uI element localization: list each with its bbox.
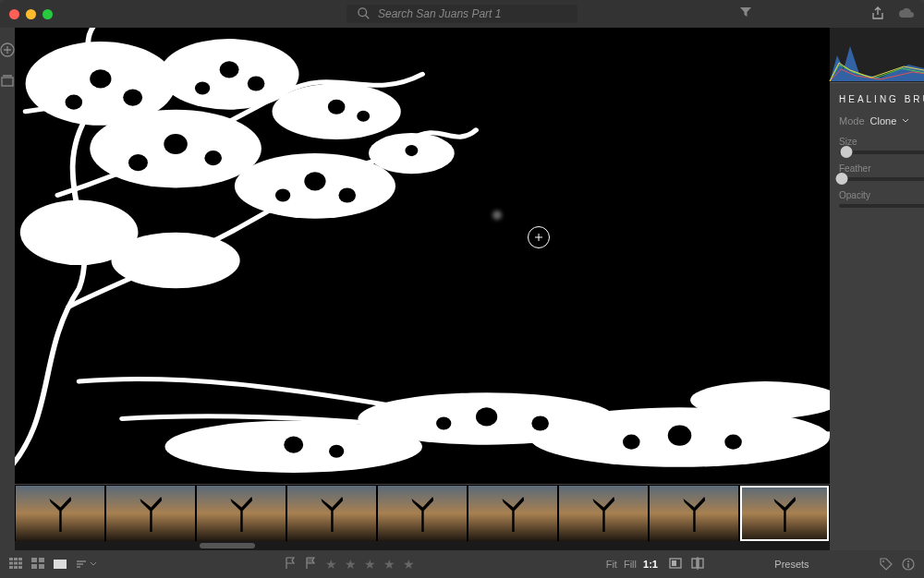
svg-point-31	[405, 145, 418, 156]
filmstrip-thumb[interactable]	[559, 486, 648, 541]
brush-cursor	[528, 226, 550, 248]
share-icon[interactable]	[870, 6, 885, 21]
svg-rect-63	[31, 564, 37, 569]
library-icon[interactable]	[0, 74, 15, 89]
cloud-icon[interactable]	[898, 7, 915, 20]
svg-point-26	[328, 100, 346, 114]
presets-button[interactable]: Presets	[713, 559, 870, 570]
filmstrip-thumb[interactable]	[16, 486, 104, 541]
svg-rect-59	[14, 566, 18, 569]
mode-selector[interactable]: Mode Clone	[830, 110, 924, 132]
svg-point-27	[357, 111, 370, 122]
image-preview	[15, 28, 830, 484]
chevron-down-icon	[902, 117, 909, 125]
svg-point-25	[128, 154, 148, 171]
content-column	[15, 28, 830, 550]
svg-point-17	[90, 69, 111, 88]
svg-line-1	[366, 16, 370, 19]
svg-rect-62	[39, 558, 44, 562]
svg-rect-72	[907, 563, 908, 568]
svg-rect-3	[2, 78, 13, 86]
scrollbar-thumb[interactable]	[200, 543, 255, 548]
flag-pick-icon[interactable]	[285, 557, 296, 572]
svg-rect-52	[9, 558, 13, 560]
svg-point-71	[907, 560, 909, 562]
mode-value[interactable]: Clone	[870, 115, 897, 126]
grid-view-small-icon[interactable]	[9, 558, 22, 571]
info-icon[interactable]	[902, 558, 915, 571]
svg-rect-55	[9, 562, 13, 565]
size-slider-row: Size46	[830, 132, 924, 159]
feather-slider[interactable]	[839, 177, 924, 181]
sort-icon[interactable]	[76, 560, 97, 569]
svg-point-35	[668, 425, 692, 445]
svg-point-28	[304, 172, 325, 190]
add-icon[interactable]	[0, 42, 15, 57]
filmstrip-thumb[interactable]	[287, 486, 376, 541]
right-panel: HEALING BRUSH Mode Clone Size46 Feather0…	[830, 28, 924, 550]
feather-label: Feather	[839, 163, 870, 174]
filmstrip-thumb[interactable]	[468, 486, 557, 541]
zoom-one-to-one[interactable]: 1:1	[641, 559, 660, 570]
svg-point-23	[164, 134, 188, 154]
histogram[interactable]	[830, 28, 924, 83]
titlebar: Search San Juans Part 1	[0, 0, 924, 28]
svg-rect-60	[18, 566, 22, 569]
size-knob[interactable]	[840, 146, 852, 158]
maximize-icon[interactable]	[43, 9, 53, 19]
svg-point-20	[220, 61, 239, 78]
filmstrip-thumb[interactable]	[650, 486, 738, 541]
search-input[interactable]: Search San Juans Part 1	[346, 5, 578, 23]
filmstrip-thumb[interactable]	[197, 486, 286, 541]
titlebar-actions	[870, 6, 915, 21]
compare-icon[interactable]	[691, 557, 704, 572]
image-canvas[interactable]	[15, 28, 830, 484]
svg-point-29	[338, 187, 356, 202]
size-slider[interactable]	[839, 151, 924, 154]
filmstrip-scrollbar[interactable]	[15, 541, 830, 550]
svg-rect-56	[14, 562, 18, 565]
minimize-icon[interactable]	[26, 9, 36, 19]
left-toolbar	[0, 28, 15, 550]
filmstrip-thumb[interactable]	[106, 486, 195, 541]
svg-point-34	[436, 416, 451, 429]
opacity-label: Opacity	[839, 190, 870, 200]
zoom-fit[interactable]: Fit	[604, 559, 619, 570]
svg-rect-68	[699, 559, 703, 568]
svg-rect-53	[14, 558, 18, 560]
svg-rect-67	[692, 559, 697, 568]
filter-icon[interactable]	[739, 6, 752, 22]
svg-rect-58	[9, 566, 13, 569]
filmstrip-thumb[interactable]	[740, 486, 829, 541]
feather-slider-row: Feather0	[830, 159, 924, 186]
svg-rect-66	[672, 560, 676, 566]
size-label: Size	[839, 137, 857, 147]
original-toggle-icon[interactable]	[669, 558, 682, 571]
single-view-icon[interactable]	[54, 560, 67, 569]
grid-view-large-icon[interactable]	[31, 558, 44, 571]
tag-icon[interactable]	[880, 558, 893, 571]
filmstrip[interactable]	[15, 484, 830, 541]
svg-point-38	[284, 437, 303, 453]
svg-point-22	[195, 81, 210, 94]
close-icon[interactable]	[9, 9, 19, 19]
filmstrip-thumb[interactable]	[378, 486, 467, 541]
svg-point-0	[359, 8, 367, 17]
svg-point-24	[204, 151, 222, 165]
svg-point-36	[724, 435, 742, 450]
svg-point-37	[623, 435, 640, 450]
svg-point-21	[248, 76, 265, 90]
zoom-fill[interactable]: Fill	[622, 559, 638, 570]
feather-knob[interactable]	[836, 173, 848, 185]
search-placeholder: Search San Juans Part 1	[378, 7, 501, 20]
opacity-slider[interactable]	[839, 204, 924, 208]
svg-rect-57	[18, 562, 22, 565]
flag-reject-icon[interactable]	[305, 557, 316, 572]
rating-stars[interactable]: ★ ★ ★ ★ ★	[325, 557, 417, 572]
panel-title: HEALING BRUSH	[830, 83, 924, 110]
svg-rect-64	[39, 564, 44, 569]
svg-point-33	[531, 415, 549, 430]
main-area: HEALING BRUSH Mode Clone Size46 Feather0…	[0, 28, 924, 550]
window-controls	[9, 9, 53, 19]
svg-rect-54	[18, 558, 22, 560]
